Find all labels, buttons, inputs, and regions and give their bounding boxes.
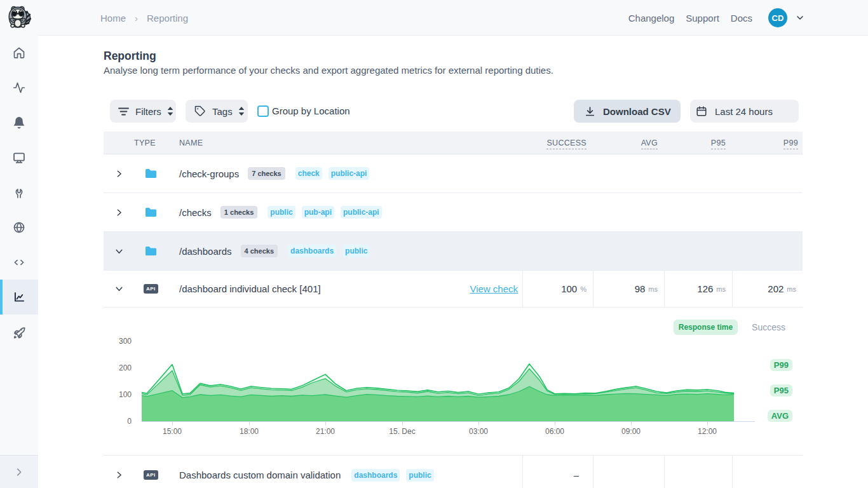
svg-text:21:00: 21:00 [316,427,335,436]
svg-text:15. Dec: 15. Dec [389,427,415,436]
svg-text:09:00: 09:00 [621,427,641,436]
svg-text:15:00: 15:00 [163,427,182,436]
svg-text:200: 200 [119,363,132,372]
svg-text:18:00: 18:00 [240,427,259,436]
svg-text:03:00: 03:00 [469,427,488,436]
svg-text:12:00: 12:00 [698,427,717,436]
svg-text:0: 0 [127,417,132,426]
svg-text:300: 300 [119,337,132,346]
svg-text:06:00: 06:00 [545,427,564,436]
svg-text:100: 100 [119,390,132,399]
